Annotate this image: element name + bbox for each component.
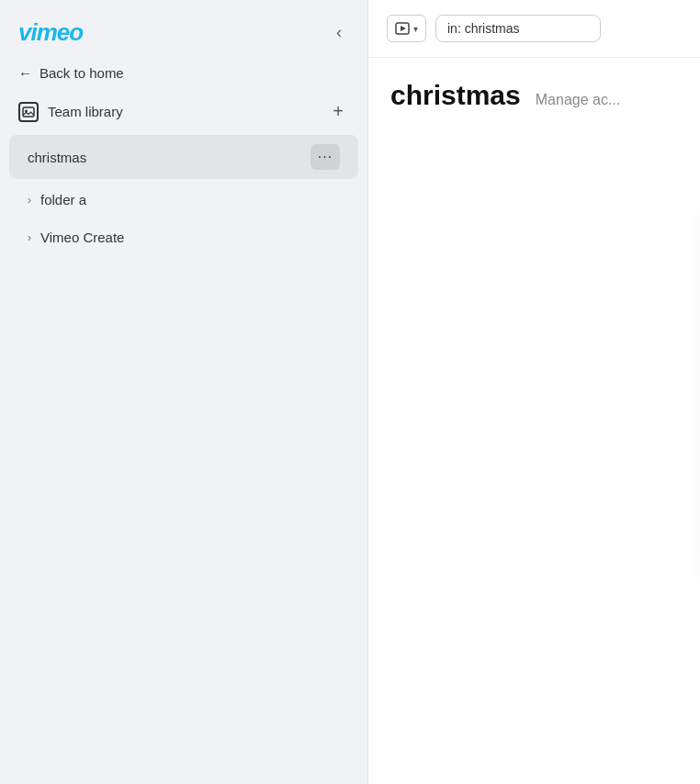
main-content: ▾ in: christmas christmas Manage ac... S…: [367, 0, 700, 784]
nav-item-left-vimeo-create: › Vimeo Create: [28, 230, 124, 245]
vimeo-logo: vimeo: [18, 18, 83, 47]
svg-marker-3: [401, 26, 406, 31]
dropdown-arrow: ▾: [413, 24, 418, 34]
main-header: ▾ in: christmas: [368, 0, 700, 58]
sidebar-item-folder-a[interactable]: › folder a: [9, 183, 358, 217]
sidebar-header: vimeo ‹: [0, 0, 367, 56]
sidebar-item-christmas[interactable]: christmas ···: [9, 135, 358, 179]
folder-a-label: folder a: [40, 192, 86, 207]
back-arrow-icon: ←: [18, 65, 32, 81]
search-bar[interactable]: in: christmas: [435, 15, 601, 42]
team-library-left: Team library: [18, 102, 123, 122]
christmas-label: christmas: [28, 150, 86, 165]
search-icon-button[interactable]: ▾: [387, 15, 426, 42]
add-team-library-button[interactable]: +: [327, 99, 349, 124]
team-library-icon: [18, 102, 39, 122]
vimeo-create-label: Vimeo Create: [40, 230, 124, 245]
manage-access-link[interactable]: Manage ac...: [536, 92, 621, 108]
svg-rect-0: [23, 107, 34, 117]
chevron-icon-2: ›: [28, 231, 31, 244]
video-icon: [395, 21, 410, 36]
more-options-button[interactable]: ···: [310, 144, 340, 170]
search-value: in: christmas: [447, 21, 520, 36]
back-to-home-link[interactable]: ← Back to home: [0, 56, 367, 90]
team-library-row[interactable]: Team library +: [0, 90, 367, 133]
page-title: christmas: [390, 80, 521, 111]
back-to-home-label: Back to home: [40, 65, 124, 81]
sidebar-item-vimeo-create[interactable]: › Vimeo Create: [9, 220, 358, 254]
sidebar: vimeo ‹ ← Back to home Team library + ch…: [0, 0, 367, 784]
team-library-label: Team library: [48, 104, 123, 119]
collapse-sidebar-button[interactable]: ‹: [329, 19, 349, 46]
nav-item-left: christmas: [28, 150, 86, 165]
chevron-icon: ›: [28, 194, 31, 207]
nav-item-left-folder-a: › folder a: [28, 192, 86, 207]
